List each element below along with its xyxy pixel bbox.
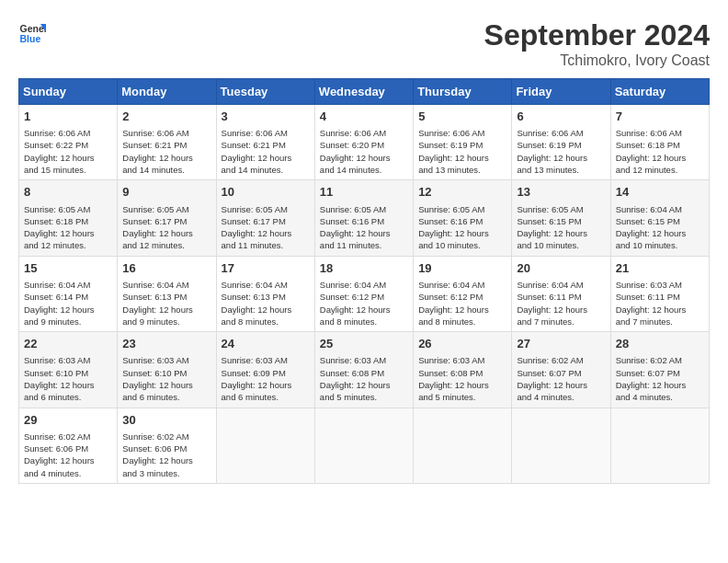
daylight-label: Daylight: 12 hours [122,380,193,390]
day-number: 22 [24,336,112,352]
week-row-2: 8Sunrise: 6:05 AMSunset: 6:18 PMDaylight… [19,180,710,256]
daylight-minutes: and 3 minutes. [122,468,179,478]
sunrise-text: Sunrise: 6:04 AM [616,204,682,214]
sunrise-text: Sunrise: 6:03 AM [222,355,288,365]
day-number: 27 [517,336,605,352]
calendar-cell: 19Sunrise: 6:04 AMSunset: 6:12 PMDayligh… [414,256,512,331]
sunrise-text: Sunrise: 6:04 AM [24,280,90,290]
sunrise-text: Sunrise: 6:06 AM [616,128,682,138]
sunrise-text: Sunrise: 6:03 AM [616,280,682,290]
daylight-label: Daylight: 12 hours [122,455,193,465]
sunrise-text: Sunrise: 6:05 AM [320,204,386,214]
sunset-text: Sunset: 6:10 PM [122,368,187,378]
daylight-minutes: and 14 minutes. [122,165,185,175]
calendar-cell: 8Sunrise: 6:05 AMSunset: 6:18 PMDaylight… [19,180,118,256]
daylight-label: Daylight: 12 hours [616,228,687,238]
day-number: 20 [517,260,605,277]
day-number: 1 [24,109,112,125]
calendar-cell: 10Sunrise: 6:05 AMSunset: 6:17 PMDayligh… [216,180,314,256]
daylight-label: Daylight: 12 hours [418,304,489,315]
daylight-minutes: and 7 minutes. [616,316,673,327]
calendar-cell: 30Sunrise: 6:02 AMSunset: 6:06 PMDayligh… [118,408,216,483]
calendar-cell: 22Sunrise: 6:03 AMSunset: 6:10 PMDayligh… [19,332,118,408]
week-row-1: 1Sunrise: 6:06 AMSunset: 6:22 PMDaylight… [19,105,710,180]
calendar-cell: 9Sunrise: 6:05 AMSunset: 6:17 PMDaylight… [118,180,216,256]
sunset-text: Sunset: 6:13 PM [222,292,286,302]
day-number: 30 [122,412,210,429]
calendar-cell: 21Sunrise: 6:03 AMSunset: 6:11 PMDayligh… [610,256,709,331]
sunset-text: Sunset: 6:18 PM [24,216,88,226]
logo-icon: General Blue [18,18,46,46]
daylight-label: Daylight: 12 hours [24,228,95,238]
sunrise-text: Sunrise: 6:02 AM [122,431,188,442]
sunrise-text: Sunrise: 6:05 AM [222,204,288,214]
day-number: 14 [616,184,704,201]
day-number: 12 [418,184,506,201]
week-row-5: 29Sunrise: 6:02 AMSunset: 6:06 PMDayligh… [19,408,710,483]
svg-text:Blue: Blue [20,33,41,44]
sunrise-text: Sunrise: 6:05 AM [517,204,583,214]
sunrise-text: Sunrise: 6:02 AM [616,355,682,365]
sunrise-text: Sunrise: 6:06 AM [320,128,386,138]
sunrise-text: Sunrise: 6:04 AM [320,280,386,290]
daylight-minutes: and 12 minutes. [616,165,678,175]
sunset-text: Sunset: 6:07 PM [517,368,581,378]
sunrise-text: Sunrise: 6:04 AM [517,280,583,290]
day-number: 5 [418,109,506,125]
day-number: 19 [418,260,506,277]
location-title: Tchimokro, Ivory Coast [484,52,710,69]
calendar-cell: 16Sunrise: 6:04 AMSunset: 6:13 PMDayligh… [118,256,216,331]
sunset-text: Sunset: 6:17 PM [222,216,286,226]
day-number: 3 [222,109,310,125]
sunset-text: Sunset: 6:16 PM [320,216,384,226]
daylight-minutes: and 6 minutes. [24,392,81,402]
daylight-minutes: and 11 minutes. [222,240,284,250]
logo: General Blue [18,18,46,46]
sunrise-text: Sunrise: 6:06 AM [222,128,288,138]
daylight-label: Daylight: 12 hours [122,304,193,315]
sunset-text: Sunset: 6:16 PM [418,216,483,226]
daylight-minutes: and 5 minutes. [418,392,475,402]
calendar-cell: 4Sunrise: 6:06 AMSunset: 6:20 PMDaylight… [314,105,413,180]
daylight-label: Daylight: 12 hours [222,380,292,390]
calendar-cell: 25Sunrise: 6:03 AMSunset: 6:08 PMDayligh… [314,332,413,408]
calendar-cell [216,408,314,483]
daylight-label: Daylight: 12 hours [616,380,687,390]
day-number: 23 [122,336,210,352]
day-number: 6 [517,109,605,125]
sunset-text: Sunset: 6:21 PM [222,140,286,150]
day-number: 24 [222,336,310,352]
title-area: September 2024 Tchimokro, Ivory Coast [484,18,710,69]
calendar-cell [414,408,512,483]
day-number: 7 [616,109,704,125]
sunrise-text: Sunrise: 6:06 AM [24,128,90,138]
sunset-text: Sunset: 6:22 PM [24,140,88,150]
sunrise-text: Sunrise: 6:03 AM [418,355,484,365]
sunrise-text: Sunrise: 6:05 AM [24,204,90,214]
sunset-text: Sunset: 6:18 PM [616,140,680,150]
sunset-text: Sunset: 6:06 PM [24,443,88,454]
calendar-cell: 2Sunrise: 6:06 AMSunset: 6:21 PMDaylight… [118,105,216,180]
daylight-label: Daylight: 12 hours [517,153,587,163]
daylight-label: Daylight: 12 hours [320,228,391,238]
day-number: 21 [616,260,704,277]
week-row-3: 15Sunrise: 6:04 AMSunset: 6:14 PMDayligh… [19,256,710,331]
sunset-text: Sunset: 6:21 PM [122,140,187,150]
calendar-table: SundayMondayTuesdayWednesdayThursdayFrid… [18,78,710,484]
daylight-minutes: and 6 minutes. [222,392,279,402]
day-number: 2 [122,109,210,125]
sunset-text: Sunset: 6:11 PM [517,292,581,302]
weekday-header-saturday: Saturday [610,79,709,105]
sunrise-text: Sunrise: 6:05 AM [122,204,188,214]
weekday-header-friday: Friday [512,79,610,105]
sunrise-text: Sunrise: 6:04 AM [122,280,188,290]
sunrise-text: Sunrise: 6:03 AM [320,355,386,365]
daylight-label: Daylight: 12 hours [320,153,391,163]
weekday-header-sunday: Sunday [19,79,118,105]
daylight-minutes: and 12 minutes. [24,240,86,250]
sunset-text: Sunset: 6:11 PM [616,292,680,302]
calendar-cell: 24Sunrise: 6:03 AMSunset: 6:09 PMDayligh… [216,332,314,408]
sunset-text: Sunset: 6:15 PM [616,216,680,226]
daylight-minutes: and 11 minutes. [320,240,382,250]
sunset-text: Sunset: 6:13 PM [122,292,187,302]
